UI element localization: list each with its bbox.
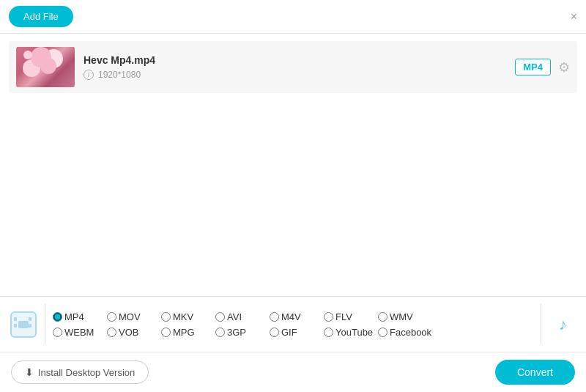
- format-options: MP4MOVMKVAVIM4VFLVWMV WEBMVOBMPG3GPGIFYo…: [53, 311, 533, 338]
- radio-option-mpg[interactable]: MPG: [161, 327, 212, 338]
- file-list-area: Hevc Mp4.mp4 i 1920*1080 MP4 ⚙: [0, 34, 586, 172]
- radio-option-mkv[interactable]: MKV: [161, 311, 212, 322]
- radio-option-m4v[interactable]: M4V: [270, 311, 321, 322]
- radio-facebook[interactable]: [378, 328, 387, 337]
- radio-option-wmv[interactable]: WMV: [378, 311, 429, 322]
- radio-youtube[interactable]: [324, 328, 333, 337]
- install-label: Install Desktop Version: [38, 367, 135, 378]
- format-bar: MP4MOVMKVAVIM4VFLVWMV WEBMVOBMPG3GPGIFYo…: [0, 296, 586, 352]
- install-desktop-button[interactable]: ⬇ Install Desktop Version: [11, 360, 149, 384]
- radio-option-vob[interactable]: VOB: [107, 327, 158, 338]
- radio-label-gif: GIF: [281, 327, 297, 338]
- radio-label-facebook: Facebook: [390, 327, 431, 338]
- music-icon[interactable]: ♪: [559, 315, 567, 334]
- radio-gif[interactable]: [270, 328, 279, 337]
- radio-option-webm[interactable]: WEBM: [53, 327, 104, 338]
- settings-icon[interactable]: ⚙: [558, 59, 570, 75]
- format-badge[interactable]: MP4: [515, 59, 551, 75]
- radio-wmv[interactable]: [378, 312, 387, 322]
- radio-label-webm: WEBM: [64, 327, 94, 338]
- radio-option-mp4[interactable]: MP4: [53, 311, 104, 322]
- info-icon[interactable]: i: [84, 70, 94, 80]
- radio-option-3gp[interactable]: 3GP: [215, 327, 267, 338]
- file-actions: MP4 ⚙: [515, 59, 570, 75]
- radio-option-avi[interactable]: AVI: [215, 311, 267, 322]
- close-button[interactable]: ×: [571, 11, 577, 23]
- radio-vob[interactable]: [107, 328, 116, 337]
- film-icon: [10, 311, 37, 338]
- radio-mkv[interactable]: [161, 312, 171, 322]
- spacer: [0, 172, 586, 296]
- radio-label-vob: VOB: [119, 327, 138, 338]
- radio-option-mov[interactable]: MOV: [107, 311, 158, 322]
- file-info: Hevc Mp4.mp4 i 1920*1080: [84, 54, 506, 80]
- download-icon: ⬇: [25, 366, 34, 378]
- radio-label-m4v: M4V: [281, 311, 301, 322]
- radio-mov[interactable]: [107, 312, 116, 322]
- thumbnail-image: [16, 47, 75, 87]
- radio-label-youtube: YouTube: [335, 327, 373, 338]
- footer: ⬇ Install Desktop Version Convert: [0, 352, 586, 392]
- format-icon-area: [9, 304, 45, 344]
- radio-flv[interactable]: [324, 312, 333, 322]
- convert-button[interactable]: Convert: [495, 360, 575, 385]
- app-container: Add File × Hevc Mp4.mp4 i 1920*1080 MP4 …: [0, 0, 586, 392]
- music-icon-area: ♪: [541, 304, 577, 344]
- radio-option-flv[interactable]: FLV: [324, 311, 375, 322]
- radio-label-avi: AVI: [227, 311, 242, 322]
- radio-avi[interactable]: [215, 312, 225, 322]
- radio-option-facebook[interactable]: Facebook: [378, 327, 431, 338]
- radio-webm[interactable]: [53, 328, 62, 337]
- file-item: Hevc Mp4.mp4 i 1920*1080 MP4 ⚙: [9, 41, 577, 93]
- format-row-1: MP4MOVMKVAVIM4VFLVWMV: [53, 311, 533, 322]
- file-thumbnail: [16, 47, 75, 87]
- add-file-button[interactable]: Add File: [9, 6, 73, 27]
- radio-label-flv: FLV: [335, 311, 352, 322]
- file-name: Hevc Mp4.mp4: [84, 54, 506, 66]
- radio-label-mp4: MP4: [64, 311, 84, 322]
- radio-label-wmv: WMV: [390, 311, 413, 322]
- radio-3gp[interactable]: [215, 328, 225, 337]
- file-meta: i 1920*1080: [84, 70, 506, 80]
- radio-label-mpg: MPG: [173, 327, 195, 338]
- radio-label-3gp: 3GP: [227, 327, 246, 338]
- format-row-2: WEBMVOBMPG3GPGIFYouTubeFacebook: [53, 327, 533, 338]
- radio-mpg[interactable]: [161, 328, 171, 337]
- radio-option-youtube[interactable]: YouTube: [324, 327, 375, 338]
- top-bar: Add File ×: [0, 0, 586, 34]
- radio-m4v[interactable]: [270, 312, 279, 322]
- format-bar-inner: MP4MOVMKVAVIM4VFLVWMV WEBMVOBMPG3GPGIFYo…: [9, 304, 577, 344]
- radio-label-mkv: MKV: [173, 311, 193, 322]
- file-resolution: 1920*1080: [98, 70, 141, 80]
- radio-mp4[interactable]: [53, 312, 62, 322]
- radio-label-mov: MOV: [119, 311, 141, 322]
- film-icon-inner: [18, 321, 29, 328]
- radio-option-gif[interactable]: GIF: [270, 327, 321, 338]
